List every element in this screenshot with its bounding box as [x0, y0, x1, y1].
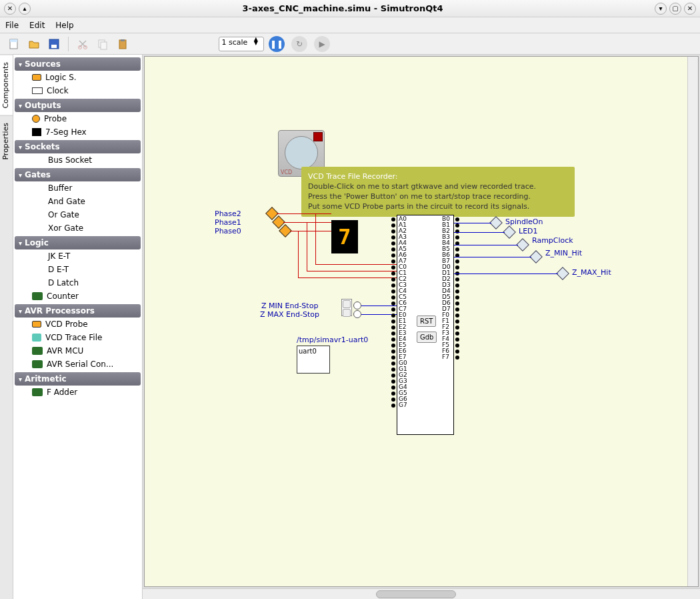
- pin-G0[interactable]: [391, 362, 395, 366]
- endstop-switches[interactable]: [341, 299, 352, 316]
- pin-F4[interactable]: [455, 338, 459, 342]
- pin-C7[interactable]: [391, 308, 395, 312]
- pin-B2[interactable]: [455, 229, 459, 233]
- tree-item-7-seg-hex[interactable]: 7-Seg Hex: [15, 125, 141, 139]
- tree-category-logic[interactable]: Logic: [15, 236, 141, 249]
- pin-D2[interactable]: [455, 277, 459, 281]
- tab-properties[interactable]: Properties: [0, 115, 13, 167]
- uart-terminal[interactable]: uart0: [297, 346, 330, 374]
- app-menu-icon[interactable]: ✕: [4, 3, 16, 15]
- pin-G6[interactable]: [391, 398, 395, 402]
- pin-D7[interactable]: [455, 308, 459, 312]
- pin-B0[interactable]: [455, 217, 459, 221]
- pin-E3[interactable]: [391, 332, 395, 336]
- pin-G5[interactable]: [391, 392, 395, 396]
- tree-item-jk-e-t[interactable]: JK E-T: [15, 249, 141, 263]
- maximize-icon[interactable]: ▢: [669, 3, 681, 15]
- pin-G7[interactable]: [391, 404, 395, 408]
- schematic-canvas[interactable]: VCD VCD Trace File Recorder: Double-Clic…: [144, 56, 699, 587]
- pin-G1[interactable]: [391, 368, 395, 372]
- pin-E4[interactable]: [391, 338, 395, 342]
- new-file-icon[interactable]: [5, 35, 23, 53]
- copy-icon[interactable]: [94, 35, 111, 53]
- pin-C4[interactable]: [391, 289, 395, 293]
- endstop-node-min[interactable]: [353, 302, 361, 310]
- probe-led1[interactable]: [503, 225, 516, 239]
- tree-item-vcd-trace-file[interactable]: VCD Trace File: [15, 331, 141, 344]
- save-file-icon[interactable]: [45, 35, 63, 53]
- menu-edit[interactable]: Edit: [29, 21, 45, 30]
- pin-G4[interactable]: [391, 386, 395, 390]
- pin-D4[interactable]: [455, 289, 459, 293]
- rollup-icon[interactable]: ▴: [19, 3, 31, 15]
- tree-item-xor-gate[interactable]: Xor Gate: [15, 221, 141, 235]
- pin-G2[interactable]: [391, 374, 395, 378]
- pin-C2[interactable]: [391, 277, 395, 281]
- pin-A7[interactable]: [391, 259, 395, 263]
- pin-F5[interactable]: [455, 344, 459, 348]
- seven-seg-display[interactable]: 7: [331, 220, 358, 253]
- tree-item-avr-serial-con-[interactable]: AVR Serial Con...: [15, 358, 141, 371]
- reload-button[interactable]: ↻: [291, 36, 307, 52]
- minimize-icon[interactable]: ▾: [655, 3, 667, 15]
- horizontal-scrollbar[interactable]: [143, 588, 700, 599]
- vertical-scrollbar[interactable]: [687, 57, 698, 586]
- pin-A0[interactable]: [391, 217, 395, 221]
- pin-E1[interactable]: [391, 320, 395, 324]
- pin-D5[interactable]: [455, 295, 459, 300]
- tree-category-sockets[interactable]: Sockets: [15, 140, 141, 153]
- pin-A5[interactable]: [391, 247, 395, 251]
- pin-F1[interactable]: [455, 320, 459, 324]
- tree-item-f-adder[interactable]: F Adder: [15, 386, 141, 399]
- tree-category-gates[interactable]: Gates: [15, 168, 141, 181]
- tree-category-avr-processors[interactable]: AVR Processors: [15, 304, 141, 318]
- pin-E5[interactable]: [391, 344, 395, 348]
- cut-icon[interactable]: [74, 35, 91, 53]
- pin-D6[interactable]: [455, 302, 459, 306]
- pin-A1[interactable]: [391, 223, 395, 227]
- pin-F2[interactable]: [455, 326, 459, 330]
- tab-components[interactable]: Components: [0, 55, 13, 115]
- pin-D3[interactable]: [455, 283, 459, 287]
- pin-A3[interactable]: [391, 235, 395, 239]
- pause-button[interactable]: ❚❚: [269, 36, 285, 52]
- probe-spindleon[interactable]: [489, 216, 503, 229]
- pin-C0[interactable]: [391, 265, 395, 269]
- rst-button[interactable]: RST: [417, 316, 436, 327]
- pin-A4[interactable]: [391, 241, 395, 245]
- pin-C5[interactable]: [391, 295, 395, 300]
- tree-item-and-gate[interactable]: And Gate: [15, 195, 141, 208]
- tree-item-avr-mcu[interactable]: AVR MCU: [15, 344, 141, 358]
- probe-rampclock[interactable]: [516, 238, 529, 251]
- pin-A2[interactable]: [391, 229, 395, 233]
- tree-category-outputs[interactable]: Outputs: [15, 99, 141, 112]
- pin-F0[interactable]: [455, 314, 459, 318]
- pin-B5[interactable]: [455, 247, 459, 251]
- vcd-power-button[interactable]: [313, 132, 323, 141]
- menu-file[interactable]: File: [5, 21, 19, 30]
- pin-A6[interactable]: [391, 253, 395, 257]
- pin-F6[interactable]: [455, 350, 459, 354]
- tree-item-vcd-probe[interactable]: VCD Probe: [15, 318, 141, 331]
- probe-zmin[interactable]: [529, 250, 543, 263]
- pin-D0[interactable]: [455, 265, 459, 269]
- tree-item-or-gate[interactable]: Or Gate: [15, 208, 141, 221]
- pin-E2[interactable]: [391, 326, 395, 330]
- paste-icon[interactable]: [114, 35, 131, 53]
- tree-item-clock[interactable]: Clock: [15, 84, 141, 97]
- tree-category-aritmetic[interactable]: Aritmetic: [15, 372, 141, 386]
- play-button[interactable]: ▶: [314, 36, 330, 52]
- pin-E6[interactable]: [391, 350, 395, 354]
- endstop-node-max[interactable]: [353, 310, 361, 318]
- tree-item-d-e-t[interactable]: D E-T: [15, 263, 141, 276]
- pin-E7[interactable]: [391, 356, 395, 360]
- pin-G3[interactable]: [391, 380, 395, 384]
- probe-zmax[interactable]: [556, 267, 569, 280]
- scale-selector[interactable]: 1 scale ▲▼: [219, 37, 265, 51]
- pin-F3[interactable]: [455, 332, 459, 336]
- tree-category-sources[interactable]: Sources: [15, 57, 141, 71]
- pin-B7[interactable]: [455, 259, 459, 263]
- pin-F7[interactable]: [455, 356, 459, 360]
- pin-B1[interactable]: [455, 223, 459, 227]
- pin-C6[interactable]: [391, 302, 395, 306]
